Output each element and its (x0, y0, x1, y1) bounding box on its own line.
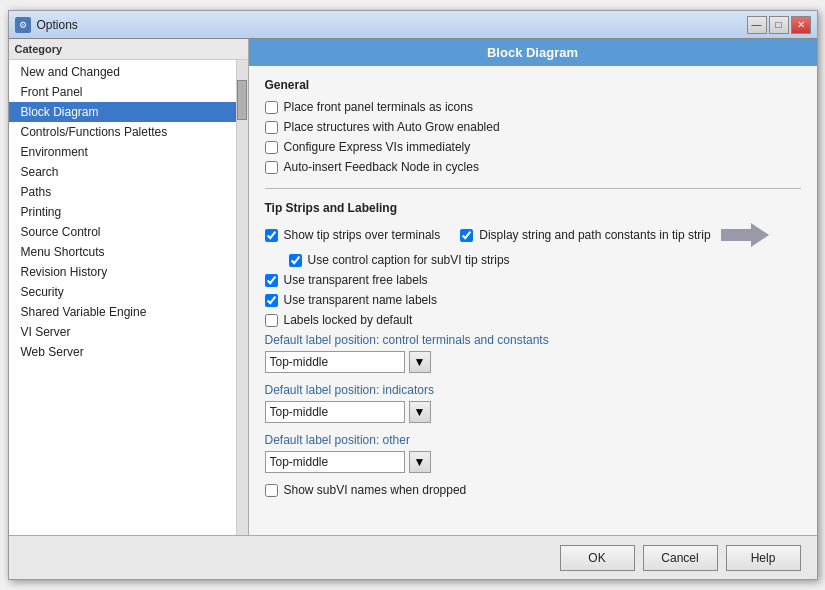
labels-locked-row: Labels locked by default (265, 313, 801, 327)
sidebar-item-printing[interactable]: Printing (9, 202, 236, 222)
display-string-row: Display string and path constants in tip… (460, 228, 710, 242)
sidebar-item-security[interactable]: Security (9, 282, 236, 302)
labels-locked-label: Labels locked by default (284, 313, 413, 327)
transparent-free-labels-label: Use transparent free labels (284, 273, 428, 287)
checkbox-place-structures: Place structures with Auto Grow enabled (265, 120, 801, 134)
transparent-free-labels-input[interactable] (265, 274, 278, 287)
checkbox-place-terminals: Place front panel terminals as icons (265, 100, 801, 114)
sidebar-item-front-panel[interactable]: Front Panel (9, 82, 236, 102)
titlebar: ⚙ Options — □ ✕ (9, 11, 817, 39)
main-content: Category New and ChangedFront PanelBlock… (9, 39, 817, 535)
main-panel: Block Diagram General Place front panel … (249, 39, 817, 535)
tip-strips-section: Tip Strips and Labeling Show tip strips … (265, 201, 801, 497)
checkbox-auto-insert-label: Auto-insert Feedback Node in cycles (284, 160, 479, 174)
help-button[interactable]: Help (726, 545, 801, 571)
show-tip-strips-input[interactable] (265, 229, 278, 242)
label-pos-indicators-arrow[interactable]: ▼ (409, 401, 431, 423)
show-tip-strips-label: Show tip strips over terminals (284, 228, 441, 242)
show-tip-strips-row: Show tip strips over terminals (265, 228, 441, 242)
sidebar-item-menu-shortcuts[interactable]: Menu Shortcuts (9, 242, 236, 262)
label-pos-terminals-dropdown-row: Top-middle ▼ (265, 351, 801, 373)
checkbox-place-structures-label: Place structures with Auto Grow enabled (284, 120, 500, 134)
label-pos-indicators-select[interactable]: Top-middle (265, 401, 405, 423)
label-pos-other-section: Default label position: other Top-middle… (265, 433, 801, 473)
transparent-name-labels-input[interactable] (265, 294, 278, 307)
label-pos-terminals-arrow[interactable]: ▼ (409, 351, 431, 373)
general-section: General Place front panel terminals as i… (265, 78, 801, 174)
cancel-button[interactable]: Cancel (643, 545, 718, 571)
sidebar-item-search[interactable]: Search (9, 162, 236, 182)
arrow-body (721, 229, 751, 241)
options-window: ⚙ Options — □ ✕ Category New and Changed… (8, 10, 818, 580)
tip-strips-section-title: Tip Strips and Labeling (265, 201, 801, 215)
close-button[interactable]: ✕ (791, 16, 811, 34)
panel-header: Block Diagram (249, 39, 817, 66)
sidebar-item-controls-functions[interactable]: Controls/Functions Palettes (9, 122, 236, 142)
show-subvi-names-row: Show subVI names when dropped (265, 483, 801, 497)
section-divider-1 (265, 188, 801, 189)
window-icon: ⚙ (15, 17, 31, 33)
sidebar-item-environment[interactable]: Environment (9, 142, 236, 162)
checkbox-auto-insert: Auto-insert Feedback Node in cycles (265, 160, 801, 174)
checkbox-place-structures-input[interactable] (265, 121, 278, 134)
sidebar: Category New and ChangedFront PanelBlock… (9, 39, 249, 535)
display-string-input[interactable] (460, 229, 473, 242)
sidebar-item-shared-variable-engine[interactable]: Shared Variable Engine (9, 302, 236, 322)
arrow-head (751, 223, 769, 247)
sidebar-item-block-diagram[interactable]: Block Diagram (9, 102, 236, 122)
transparent-name-labels-row: Use transparent name labels (265, 293, 801, 307)
use-control-caption-input[interactable] (289, 254, 302, 267)
tip-strips-row1: Show tip strips over terminals Display s… (265, 223, 801, 247)
labels-locked-input[interactable] (265, 314, 278, 327)
checkbox-place-terminals-input[interactable] (265, 101, 278, 114)
label-pos-other-arrow[interactable]: ▼ (409, 451, 431, 473)
titlebar-buttons: — □ ✕ (747, 16, 811, 34)
sidebar-item-revision-history[interactable]: Revision History (9, 262, 236, 282)
checkbox-auto-insert-input[interactable] (265, 161, 278, 174)
checkbox-configure-express-label: Configure Express VIs immediately (284, 140, 471, 154)
maximize-button[interactable]: □ (769, 16, 789, 34)
ok-button[interactable]: OK (560, 545, 635, 571)
footer: OK Cancel Help (9, 535, 817, 579)
transparent-name-labels-label: Use transparent name labels (284, 293, 437, 307)
label-pos-other-select[interactable]: Top-middle (265, 451, 405, 473)
label-pos-terminals-select[interactable]: Top-middle (265, 351, 405, 373)
label-pos-terminals-section: Default label position: control terminal… (265, 333, 801, 373)
use-control-caption-row: Use control caption for subVI tip strips (289, 253, 801, 267)
sidebar-item-vi-server[interactable]: VI Server (9, 322, 236, 342)
sidebar-list: New and ChangedFront PanelBlock DiagramC… (9, 60, 236, 535)
label-pos-terminals-title: Default label position: control terminal… (265, 333, 801, 347)
general-section-title: General (265, 78, 801, 92)
label-pos-indicators-title: Default label position: indicators (265, 383, 801, 397)
label-pos-indicators-dropdown-row: Top-middle ▼ (265, 401, 801, 423)
checkbox-configure-express: Configure Express VIs immediately (265, 140, 801, 154)
sidebar-item-source-control[interactable]: Source Control (9, 222, 236, 242)
transparent-free-labels-row: Use transparent free labels (265, 273, 801, 287)
label-pos-indicators-section: Default label position: indicators Top-m… (265, 383, 801, 423)
show-subvi-names-input[interactable] (265, 484, 278, 497)
sidebar-item-paths[interactable]: Paths (9, 182, 236, 202)
checkbox-configure-express-input[interactable] (265, 141, 278, 154)
sidebar-scrollbar[interactable] (236, 60, 248, 535)
show-subvi-names-label: Show subVI names when dropped (284, 483, 467, 497)
sidebar-scroll-thumb[interactable] (237, 80, 247, 120)
sidebar-item-web-server[interactable]: Web Server (9, 342, 236, 362)
display-string-label: Display string and path constants in tip… (479, 228, 710, 242)
window-title: Options (37, 18, 747, 32)
label-pos-other-title: Default label position: other (265, 433, 801, 447)
use-control-caption-label: Use control caption for subVI tip strips (308, 253, 510, 267)
checkbox-place-terminals-label: Place front panel terminals as icons (284, 100, 473, 114)
sidebar-header: Category (9, 39, 248, 60)
arrow-indicator (721, 223, 769, 247)
minimize-button[interactable]: — (747, 16, 767, 34)
sidebar-item-new-and-changed[interactable]: New and Changed (9, 62, 236, 82)
label-pos-other-dropdown-row: Top-middle ▼ (265, 451, 801, 473)
panel-body: General Place front panel terminals as i… (249, 66, 817, 535)
